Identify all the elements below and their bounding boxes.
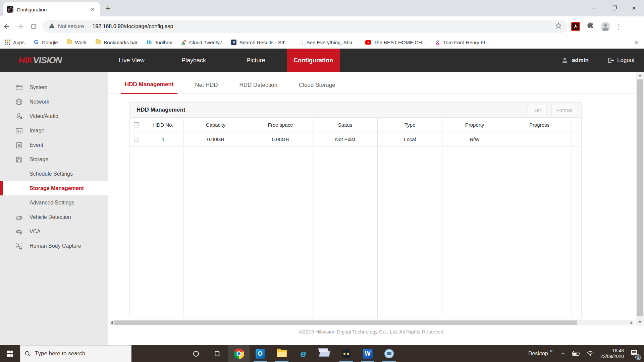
format-button[interactable]: Format (551, 105, 577, 115)
triangle-icon (181, 40, 186, 45)
reload-icon[interactable] (27, 20, 40, 33)
human-body-capture-icon (15, 242, 23, 250)
sidebar-item-storage[interactable]: Storage (0, 152, 108, 167)
start-button[interactable] (0, 345, 20, 362)
user-icon (561, 57, 569, 64)
main-nav: Live View Playback Picture Configuration (101, 49, 340, 72)
battery-icon[interactable] (572, 351, 581, 356)
taskbar-word[interactable]: W (357, 345, 378, 362)
hikvision-logo: HIKVISION (18, 55, 62, 66)
search-icon (24, 351, 31, 357)
action-center-button[interactable]: 1 (630, 349, 638, 358)
bookmark-best-home[interactable]: The BEST HOME CH... (365, 40, 426, 45)
taskbar-clock[interactable]: 16:43 23/09/2020 (600, 348, 624, 359)
scroll-right-icon[interactable] (631, 321, 633, 324)
taskbar-scanner[interactable] (314, 345, 335, 362)
bookmark-star-icon[interactable] (555, 22, 562, 31)
taskbar-internet-explorer[interactable]: e (292, 345, 314, 362)
cell-capacity: 0.00GB (183, 132, 248, 146)
bookmark-see-everything[interactable]: See Everything, Sha... (298, 40, 357, 45)
url-field[interactable]: Not secure 192.168.0.90/doc/page/config.… (42, 20, 568, 33)
sidebar-item-storage-management[interactable]: Storage Management (0, 181, 108, 195)
hdd-table: HDD No. Capacity Free space Status Type … (130, 118, 581, 318)
browser-menu-icon[interactable]: ⋮ (615, 22, 622, 31)
bookmark-apps[interactable]: Apps (5, 40, 24, 45)
horizontal-scroll-thumb[interactable] (114, 320, 577, 325)
window-close-button[interactable] (624, 0, 644, 16)
tab-cloud-storage[interactable]: Cloud Storage (295, 82, 339, 94)
sidebar-item-vehicle-detection[interactable]: Vehicle Detection (0, 210, 108, 224)
tab-net-hdd[interactable]: Net HDD (191, 82, 222, 94)
sidebar-item-vca[interactable]: VCA (0, 224, 108, 239)
bookmark-cloud-twenty7[interactable]: Cloud Twenty7 (181, 40, 222, 45)
robot-icon (342, 349, 351, 358)
toolbar-chevron-icon[interactable]: » (550, 348, 553, 353)
tab-close-icon[interactable]: ✕ (89, 6, 97, 13)
bookmark-work[interactable]: Work (67, 40, 87, 45)
scroll-left-icon[interactable] (111, 321, 113, 324)
bookmark-tom-ford[interactable]: Tom Ford Henry Ft... (435, 40, 489, 45)
vertical-scrollbar[interactable] (636, 72, 644, 325)
panel-header: HDD Management Set Format (130, 103, 581, 118)
window-minimize-button[interactable] (584, 0, 604, 16)
sidebar-item-event[interactable]: Event (0, 138, 108, 152)
nav-playback[interactable]: Playback (163, 49, 225, 72)
tab-hdd-detection[interactable]: HDD Detection (235, 82, 281, 94)
taskbar-chrome[interactable] (228, 345, 250, 362)
bookmark-toolbox[interactable]: tb Toolbox (146, 40, 172, 45)
vertical-scroll-thumb[interactable] (637, 79, 643, 316)
extensions-puzzle-icon[interactable] (587, 22, 594, 31)
row-checkbox[interactable] (134, 137, 139, 142)
sidebar-item-image[interactable]: Image (0, 123, 108, 138)
sidebar-item-video-audio[interactable]: Video/Audio (0, 109, 108, 123)
security-label[interactable]: Not secure (58, 23, 84, 29)
sidebar-item-network[interactable]: Network (0, 95, 108, 109)
copyright-text: ©2019 Hikvision Digital Technology Co., … (108, 329, 636, 335)
url-text[interactable]: 192.168.0.90/doc/page/config.asp (92, 23, 555, 29)
adobe-acrobat-extension-icon[interactable] (571, 22, 580, 31)
back-icon[interactable] (0, 20, 13, 33)
browser-tab[interactable]: Configuration ✕ (3, 2, 100, 16)
nav-live-view[interactable]: Live View (101, 49, 163, 72)
bookmark-google[interactable]: G Google (33, 40, 58, 45)
sidebar-item-human-body-capture[interactable]: Human Body Capture (0, 239, 108, 253)
cortana-button[interactable] (185, 345, 207, 362)
wifi-icon[interactable] (587, 351, 594, 357)
sidebar-item-schedule-settings[interactable]: Schedule Settings (0, 167, 108, 181)
bookmark-search-results[interactable]: V Search Results - S9'... (231, 40, 289, 45)
apps-grid-icon (5, 40, 10, 45)
taskbar-search[interactable] (20, 345, 131, 362)
tab-hdd-management[interactable]: HDD Management (121, 81, 177, 94)
bookmarks-overflow-chevron-icon[interactable]: » (635, 39, 638, 46)
window-restore-button[interactable] (604, 0, 624, 16)
not-secure-warning-icon[interactable] (49, 23, 55, 29)
bookmark-bookmarks-bar-folder[interactable]: Bookmarks bar (95, 40, 138, 45)
horizontal-scrollbar[interactable] (110, 320, 634, 325)
taskbar-file-explorer[interactable] (271, 345, 292, 362)
select-all-checkbox[interactable] (134, 122, 139, 127)
scroll-up-icon[interactable] (636, 72, 644, 79)
taskbar-device-tool[interactable] (378, 345, 400, 362)
search-input[interactable] (35, 350, 122, 357)
forward-icon[interactable] (13, 20, 27, 33)
hidden-icons-chevron-icon[interactable] (560, 351, 566, 356)
browser-profile-avatar[interactable] (601, 22, 610, 31)
new-tab-button[interactable]: + (105, 3, 110, 13)
set-button[interactable]: Set (528, 105, 546, 115)
cell-property: R/W (442, 132, 507, 146)
sidebar-item-system[interactable]: System (0, 80, 108, 95)
outlook-icon: O (256, 349, 265, 359)
scroll-down-icon[interactable] (636, 319, 644, 325)
desktop-toolbar-label[interactable]: Desktop (528, 351, 548, 357)
logout-button[interactable]: Logout (617, 57, 635, 64)
sidebar-item-advanced-settings[interactable]: Advanced Settings (0, 195, 108, 210)
taskbar-outlook[interactable]: O (250, 345, 271, 362)
nav-picture[interactable]: Picture (225, 49, 287, 72)
taskbar-bot-app[interactable] (335, 345, 357, 362)
cell-type: Local (378, 132, 442, 146)
task-view-button[interactable] (207, 345, 228, 362)
network-icon (15, 98, 23, 106)
event-icon (15, 141, 23, 149)
nav-configuration[interactable]: Configuration (287, 49, 340, 72)
internet-explorer-icon: e (301, 349, 306, 359)
